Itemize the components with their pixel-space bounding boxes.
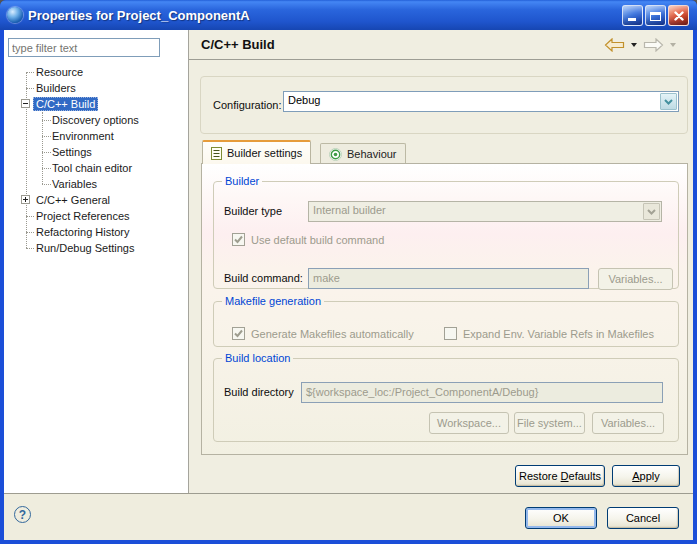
tree-item-c-c-general[interactable]: C/C++ General <box>4 192 188 208</box>
builder-type-value: Internal builder <box>313 204 386 216</box>
tab-label: Behaviour <box>347 148 397 160</box>
tree-item-label: Project References <box>33 209 133 223</box>
collapse-icon[interactable] <box>21 99 30 108</box>
close-button[interactable] <box>668 5 689 26</box>
tree-item-run-debug-settings[interactable]: Run/Debug Settings <box>4 240 188 256</box>
maximize-icon <box>650 11 661 21</box>
builder-group: Builder Builder type Internal builder Us… <box>213 175 679 289</box>
checkbox-label: Use default build command <box>251 234 384 246</box>
tree-item-label: C/C++ General <box>33 193 113 207</box>
expand-env-refs-checkbox: Expand Env. Variable Refs in Makefiles <box>444 327 654 340</box>
tree-item-settings[interactable]: Settings <box>4 144 188 160</box>
tree-item-label: Discovery options <box>49 113 142 127</box>
tree-item-environment[interactable]: Environment <box>4 128 188 144</box>
workspace-button: Workspace... <box>429 412 509 434</box>
makefile-group-title: Makefile generation <box>222 295 324 307</box>
dialog-body: ResourceBuildersC/C++ BuildDiscovery opt… <box>4 30 693 540</box>
forward-dropdown-icon <box>670 43 676 47</box>
tree-item-label: Builders <box>33 81 79 95</box>
generate-makefiles-checkbox: Generate Makefiles automatically <box>232 327 414 340</box>
build-command-label: Build command: <box>224 272 303 284</box>
tree-item-project-references[interactable]: Project References <box>4 208 188 224</box>
app-icon <box>7 7 23 23</box>
chevron-down-icon[interactable] <box>660 93 677 110</box>
tab-builder-settings[interactable]: Builder settings <box>202 140 311 164</box>
configuration-group: Configuration: Debug <box>200 76 688 134</box>
builder-group-title: Builder <box>222 175 262 187</box>
tree-item-discovery-options[interactable]: Discovery options <box>4 112 188 128</box>
properties-dialog: Properties for Project_ComponentA Resour… <box>0 0 697 544</box>
close-icon <box>674 11 684 21</box>
apply-button[interactable]: Apply <box>612 465 680 487</box>
page-header: C/C++ Build <box>189 30 693 60</box>
button-bar: ? OK Cancel <box>4 494 693 540</box>
tab-label: Builder settings <box>227 147 302 159</box>
tree-item-label: Variables <box>49 177 100 191</box>
tree-item-label: Environment <box>49 129 117 143</box>
cancel-button[interactable]: Cancel <box>607 507 679 529</box>
back-icon[interactable] <box>604 38 625 52</box>
checkbox-checked-icon <box>232 327 245 340</box>
tree-item-label: Run/Debug Settings <box>33 241 137 255</box>
builder-type-label: Builder type <box>224 205 282 217</box>
tree-item-label: Refactoring History <box>33 225 133 239</box>
configuration-value: Debug <box>288 94 320 106</box>
window-title: Properties for Project_ComponentA <box>28 8 250 23</box>
configuration-combobox[interactable]: Debug <box>283 91 679 112</box>
builder-settings-icon <box>211 147 222 160</box>
behaviour-icon <box>329 148 342 161</box>
tree-item-tool-chain-editor[interactable]: Tool chain editor <box>4 160 188 176</box>
titlebar: Properties for Project_ComponentA <box>0 0 697 30</box>
use-default-build-command-checkbox: Use default build command <box>232 233 384 246</box>
variables-button: Variables... <box>598 268 673 290</box>
properties-tree: ResourceBuildersC/C++ BuildDiscovery opt… <box>4 64 188 256</box>
page-title: C/C++ Build <box>201 30 275 60</box>
build-directory-label: Build directory <box>224 386 294 398</box>
tree-item-label: C/C++ Build <box>33 97 98 111</box>
checkbox-unchecked-icon <box>444 327 457 340</box>
help-icon[interactable]: ? <box>14 506 31 523</box>
ok-button[interactable]: OK <box>525 507 597 529</box>
checkbox-label: Generate Makefiles automatically <box>251 328 414 340</box>
tree-item-label: Settings <box>49 145 95 159</box>
main-panel: C/C++ Build Configuration: Debug <box>189 30 693 493</box>
chevron-down-icon <box>643 203 660 220</box>
builder-type-combobox: Internal builder <box>308 201 662 222</box>
tree-item-c-c-build[interactable]: C/C++ Build <box>4 96 188 112</box>
build-location-title: Build location <box>222 352 293 364</box>
tree-item-builders[interactable]: Builders <box>4 80 188 96</box>
maximize-button[interactable] <box>645 5 666 26</box>
sidebar: ResourceBuildersC/C++ BuildDiscovery opt… <box>4 30 188 493</box>
forward-icon <box>643 38 664 52</box>
tree-item-refactoring-history[interactable]: Refactoring History <box>4 224 188 240</box>
tab-behaviour[interactable]: Behaviour <box>320 143 406 164</box>
restore-defaults-button[interactable]: Restore Defaults <box>515 465 605 487</box>
back-dropdown-icon[interactable] <box>631 43 637 47</box>
build-location-group: Build location Build directory ${workspa… <box>213 352 679 442</box>
minimize-icon <box>628 11 638 21</box>
minimize-button[interactable] <box>622 5 643 26</box>
checkbox-checked-icon <box>232 233 245 246</box>
build-directory-field: ${workspace_loc:/Project_ComponentA/Debu… <box>301 382 663 403</box>
configuration-label: Configuration: <box>213 99 282 111</box>
tree-item-variables[interactable]: Variables <box>4 176 188 192</box>
builder-settings-panel: Builder Builder type Internal builder Us… <box>201 163 688 455</box>
filter-input[interactable] <box>8 38 160 57</box>
expand-icon[interactable] <box>21 195 30 204</box>
tree-item-resource[interactable]: Resource <box>4 64 188 80</box>
variables-button: Variables... <box>592 412 664 434</box>
file-system-button: File system... <box>514 412 585 434</box>
makefile-generation-group: Makefile generation Generate Makefiles a… <box>213 295 679 347</box>
checkbox-label: Expand Env. Variable Refs in Makefiles <box>463 328 654 340</box>
tree-item-label: Resource <box>33 65 86 79</box>
tree-item-label: Tool chain editor <box>49 161 135 175</box>
build-command-field: make <box>308 268 589 289</box>
